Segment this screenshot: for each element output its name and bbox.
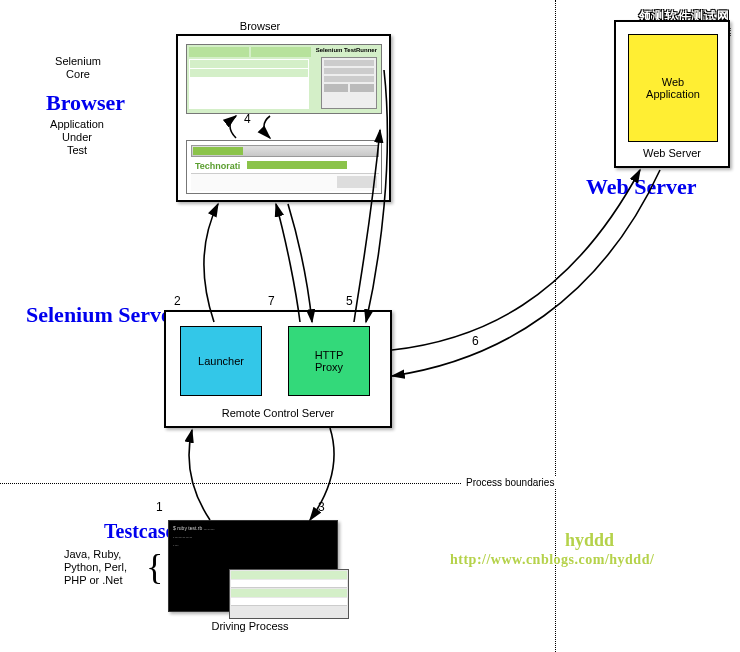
driving-process-terminal: $ ruby test.rb ........ .............. .… xyxy=(168,520,338,612)
step-6: 6 xyxy=(472,334,479,348)
launcher-box: Launcher xyxy=(180,326,262,396)
web-server-blue-header: Web Server xyxy=(586,174,697,200)
web-server-box: Web Application Web Server xyxy=(614,20,730,168)
brace: { xyxy=(146,546,163,588)
credit-name: hyddd xyxy=(565,530,614,551)
langs-label: Java, Ruby, Python, Perl, PHP or .Net xyxy=(64,548,144,588)
remote-control-server-box: Launcher HTTP Proxy Remote Control Serve… xyxy=(164,310,392,428)
browser-box: Selenium TestRunner Technorati xyxy=(176,34,391,202)
driving-process-caption: Driving Process xyxy=(200,620,300,633)
step-5: 5 xyxy=(346,294,353,308)
step-2: 2 xyxy=(174,294,181,308)
selenium-core-side-label: Selenium Core xyxy=(48,55,108,81)
technorati-brand: Technorati xyxy=(195,161,240,171)
selenium-core-panel: Selenium TestRunner xyxy=(186,44,382,114)
rcs-caption: Remote Control Server xyxy=(166,407,390,420)
boundary-label: Process boundaries xyxy=(462,477,558,489)
http-proxy-box: HTTP Proxy xyxy=(288,326,370,396)
step-7: 7 xyxy=(268,294,275,308)
testcase-blue-header: Testcase xyxy=(104,520,174,543)
selenium-testrunner-title: Selenium TestRunner xyxy=(316,47,377,53)
aut-panel: Technorati xyxy=(186,140,382,194)
step-3: 3 xyxy=(318,500,325,514)
browser-blue-header: Browser xyxy=(46,90,125,116)
web-application-box: Web Application xyxy=(628,34,718,142)
step-1: 1 xyxy=(156,500,163,514)
aut-side-label: Application Under Test xyxy=(42,118,112,158)
browser-top-label: Browser xyxy=(230,20,290,33)
credit-link: http://www.cnblogs.com/hyddd/ xyxy=(450,552,654,568)
step-4: 4 xyxy=(244,112,251,126)
selenium-server-blue-header: Selenium Server xyxy=(26,302,181,328)
web-server-caption: Web Server xyxy=(616,147,728,160)
